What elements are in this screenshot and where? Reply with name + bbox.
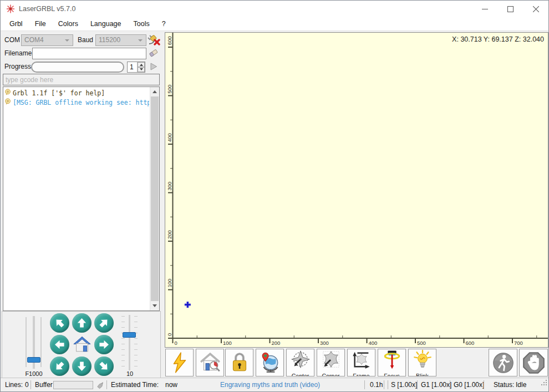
step-slider-ticks xyxy=(134,316,138,371)
svg-text:400: 400 xyxy=(166,133,172,142)
homing-button[interactable] xyxy=(196,349,224,376)
laser-spark-icon xyxy=(6,4,15,13)
stop-button[interactable] xyxy=(519,349,548,376)
status-label: Status: xyxy=(494,378,514,391)
connect-button[interactable] xyxy=(147,34,160,46)
canvas-ruler: 0100200300400500600010020030040050060070… xyxy=(165,33,548,347)
homing-icon xyxy=(199,351,222,376)
tool-button-label: Blink xyxy=(409,373,436,376)
baud-label: Baud xyxy=(78,34,93,46)
lightning-reset-button[interactable] xyxy=(165,349,194,376)
svg-text:100: 100 xyxy=(223,340,232,346)
console-lines: Grbl 1.1f ['$' for help][MSG: GRBL offli… xyxy=(3,87,149,310)
com-port-select[interactable]: COM4 xyxy=(21,34,73,46)
tool-button-label: Corner xyxy=(317,373,344,376)
com-port-value: COM4 xyxy=(24,36,44,44)
console-scrollbar[interactable] xyxy=(150,87,159,310)
arrow-n-icon xyxy=(75,316,89,330)
status-bar: Lines: 0 Buffer Estimated Time: now Engr… xyxy=(1,378,548,391)
progress-bar xyxy=(31,62,124,73)
estimated-time-label: Estimated Time: xyxy=(111,378,159,391)
unlock-icon xyxy=(228,351,251,376)
scroll-up-icon[interactable] xyxy=(150,87,159,96)
focus-icon xyxy=(382,349,403,372)
corner-button[interactable]: Corner xyxy=(317,349,345,376)
center-button[interactable]: Center xyxy=(286,349,314,376)
s-override[interactable]: S [1.00x] xyxy=(391,378,417,391)
arrow-nw-icon xyxy=(50,313,69,333)
minimize-button[interactable] xyxy=(472,1,497,17)
jog-w-button[interactable] xyxy=(50,335,69,354)
news-link[interactable]: Engraving myths and truth (video) xyxy=(220,378,320,391)
feed-slider-ticks xyxy=(26,317,27,367)
gcode-command-input[interactable] xyxy=(3,74,160,85)
svg-text:500: 500 xyxy=(166,85,172,94)
svg-text:100: 100 xyxy=(166,279,172,288)
unlock-button[interactable] xyxy=(225,349,253,376)
repeat-count-spinner[interactable]: 1 xyxy=(127,62,145,73)
menu-file[interactable]: File xyxy=(29,18,52,30)
spinner-up-icon[interactable] xyxy=(138,62,145,67)
step-slider-handle[interactable] xyxy=(123,332,136,338)
play-button[interactable] xyxy=(147,62,160,73)
console-log[interactable]: Grbl 1.1f ['$' for help][MSG: GRBL offli… xyxy=(3,86,160,311)
lines-value: 0 xyxy=(25,378,29,391)
preview-canvas[interactable]: 0100200300400500600010020030040050060070… xyxy=(165,32,548,348)
com-label: COM xyxy=(4,34,20,46)
menu-language[interactable]: Language xyxy=(84,18,128,30)
center-icon xyxy=(290,349,311,372)
position-readout: X: 30.713 Y: 69.137 Z: 32.040 xyxy=(452,35,544,43)
clear-file-icon-button[interactable] xyxy=(147,48,160,59)
tool-button-label: Center xyxy=(287,373,314,376)
maximize-button[interactable] xyxy=(497,1,523,17)
jog-sw-button[interactable] xyxy=(50,357,69,376)
scroll-down-icon[interactable] xyxy=(150,302,159,310)
tool-button-label: Frame xyxy=(348,373,375,376)
jog-e-button[interactable] xyxy=(94,335,114,354)
svg-text:200: 200 xyxy=(166,230,172,239)
arrow-w-icon xyxy=(53,338,67,352)
arrow-e-icon xyxy=(97,338,111,352)
jog-n-button[interactable] xyxy=(72,313,92,333)
focus-button[interactable]: Focus xyxy=(378,349,406,376)
corner-icon xyxy=(321,349,342,372)
jog-nw-button[interactable] xyxy=(50,313,69,333)
globe-position-button[interactable] xyxy=(256,349,284,376)
lines-label: Lines: xyxy=(5,378,23,391)
menu-grbl[interactable]: Grbl xyxy=(3,18,29,30)
menu-colors[interactable]: Colors xyxy=(52,18,84,30)
g0-override[interactable]: G0 [1.00x] xyxy=(454,378,484,391)
svg-text:400: 400 xyxy=(369,340,378,346)
jog-ne-button[interactable] xyxy=(94,313,114,333)
svg-text:500: 500 xyxy=(417,340,426,346)
svg-text:600: 600 xyxy=(466,340,475,346)
filename-input[interactable] xyxy=(32,48,146,59)
walk-icon xyxy=(491,351,515,376)
menu-tools[interactable]: Tools xyxy=(128,18,156,30)
window-title: LaserGRBL v5.7.0 xyxy=(19,5,75,13)
resize-grip[interactable] xyxy=(541,377,547,390)
arrow-s-icon xyxy=(75,359,89,373)
feed-slider-handle[interactable] xyxy=(27,357,40,363)
jog-s-button[interactable] xyxy=(72,357,92,376)
stop-hand-icon xyxy=(522,351,546,376)
svg-text:0: 0 xyxy=(175,340,177,346)
menu-help[interactable]: ? xyxy=(156,18,172,30)
jog-se-button[interactable] xyxy=(94,357,114,376)
baud-rate-select[interactable]: 115200 xyxy=(95,34,146,46)
jog-home-button[interactable] xyxy=(72,335,92,355)
frame-button[interactable]: Frame xyxy=(347,349,375,376)
menu-bar: GrblFileColorsLanguageTools? xyxy=(1,17,548,31)
close-button[interactable] xyxy=(523,1,548,17)
speech-bubble-icon xyxy=(4,89,11,97)
jog-panel: F1000 10 xyxy=(2,311,161,378)
scrollbar-thumb[interactable] xyxy=(151,96,159,301)
arrow-sw-icon xyxy=(50,357,69,376)
blink-button[interactable]: Blink xyxy=(408,349,436,376)
run-program-button[interactable] xyxy=(489,349,517,376)
g1-override[interactable]: G1 [1.00x] xyxy=(421,378,451,391)
step-slider-track[interactable] xyxy=(129,315,130,370)
console-line: Grbl 1.1f ['$' for help] xyxy=(4,88,149,98)
laser-grbl-window: LaserGRBL v5.7.0 GrblFileColorsLanguageT… xyxy=(0,0,549,392)
spinner-down-icon[interactable] xyxy=(138,67,145,72)
